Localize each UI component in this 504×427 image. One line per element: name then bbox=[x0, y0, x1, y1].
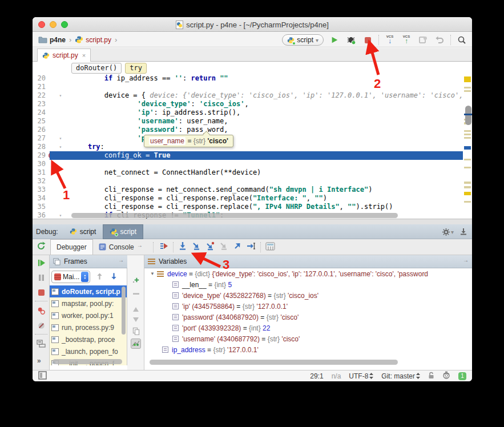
git-branch-selector[interactable]: Git: master bbox=[381, 372, 420, 380]
gutter-line-number[interactable]: 22 bbox=[33, 91, 50, 100]
run-configuration-select[interactable]: script ▾ bbox=[282, 34, 324, 46]
tab-console[interactable]: Console → bbox=[93, 239, 148, 255]
code-text[interactable]: try: bbox=[71, 143, 463, 151]
run-button[interactable] bbox=[329, 34, 340, 46]
thread-stepper-icon[interactable]: ▲▼ bbox=[81, 272, 88, 282]
frames-list-item[interactable]: _launch, popen_fo bbox=[50, 345, 127, 357]
commit-button[interactable] bbox=[417, 34, 429, 46]
variable-row[interactable]: __len__ = {int} 5 bbox=[144, 279, 472, 290]
code-text[interactable]: 'device_type': 'cisco_ios', bbox=[71, 100, 463, 108]
stripe-mark[interactable] bbox=[464, 76, 471, 82]
resume-icon[interactable] bbox=[36, 257, 46, 268]
evaluate-expression-icon[interactable] bbox=[265, 242, 275, 252]
code-text[interactable]: 'ip': ip_address.strip(), bbox=[71, 108, 463, 117]
code-editor[interactable]: doRouter() try 20 if ip_address == '': r… bbox=[33, 62, 472, 219]
code-text[interactable]: 'username': user_name, bbox=[71, 117, 463, 126]
gutter-line-number[interactable]: 27 bbox=[33, 134, 50, 143]
gutter-line-number[interactable]: 30 bbox=[33, 160, 50, 168]
code-text[interactable]: cli_response = cli_response.replace(", I… bbox=[71, 203, 463, 211]
gutter-line-number[interactable]: 28 bbox=[33, 143, 50, 151]
add-watch-icon[interactable] bbox=[131, 275, 141, 285]
variables-list[interactable]: ▼device = {dict} {'device_type': 'cisco_… bbox=[144, 268, 472, 365]
settings-gear-icon[interactable]: ▾ bbox=[442, 228, 454, 236]
code-text[interactable] bbox=[71, 177, 463, 186]
code-text[interactable] bbox=[71, 83, 463, 91]
code-text[interactable]: config_ok = True bbox=[71, 151, 463, 160]
breadcrumb-project[interactable]: p4ne bbox=[50, 36, 66, 44]
title-bar[interactable]: script.py - p4ne - [~/PycharmProjects/p4… bbox=[33, 17, 472, 32]
encoding-selector[interactable]: UTF-8 bbox=[349, 372, 373, 380]
code-text[interactable]: if ip_address == '': return "" bbox=[71, 74, 463, 83]
step-out-icon[interactable] bbox=[233, 241, 242, 252]
fold-marker-icon[interactable]: ▾ bbox=[50, 91, 71, 100]
variable-row[interactable]: 'port' (4339392328) = {int} 22 bbox=[144, 323, 472, 333]
show-execution-point-icon[interactable] bbox=[159, 241, 168, 252]
code-line[interactable]: 32 bbox=[33, 177, 463, 186]
rerun-icon[interactable] bbox=[37, 241, 46, 252]
editor-tab-script-py[interactable]: script.py × bbox=[37, 49, 91, 62]
code-text[interactable]: 'password': pass_word, bbox=[71, 126, 463, 134]
inspections-hector-icon[interactable] bbox=[442, 371, 450, 381]
frames-list-item[interactable]: _bootstrap, proce bbox=[50, 333, 127, 345]
code-line[interactable]: 34 cli_response = cli_response.replace("… bbox=[33, 194, 463, 203]
code-line[interactable]: 26 'password': pass_word, bbox=[33, 126, 463, 134]
restore-layout-icon[interactable] bbox=[36, 339, 46, 349]
frames-pin-icon[interactable]: → bbox=[118, 257, 124, 263]
vcs-push-button[interactable]: VCS↑ bbox=[401, 34, 412, 46]
editor-debug-splitter[interactable] bbox=[33, 219, 472, 224]
tab-debugger[interactable]: Debugger bbox=[50, 239, 93, 255]
code-line[interactable]: 28▾ try: bbox=[33, 143, 463, 151]
code-line[interactable]: 35 cli_response = cli_response.replace("… bbox=[33, 203, 463, 211]
code-line[interactable]: 23 'device_type': 'cisco_ios', bbox=[33, 100, 463, 108]
code-line[interactable]: 21 bbox=[33, 83, 463, 91]
breadcrumb-file[interactable]: script.py bbox=[86, 36, 111, 44]
code-line[interactable]: 25 'username': user_name, bbox=[33, 117, 463, 126]
close-tab-icon[interactable]: × bbox=[82, 52, 86, 59]
code-line[interactable]: 33 cli_response = net_connect.send_comma… bbox=[33, 186, 463, 194]
editor-vertical-scrollbar[interactable] bbox=[465, 106, 471, 125]
variable-row[interactable]: 'username' (4340687792) = {str} 'cisco' bbox=[144, 333, 472, 344]
breadcrumb-block-chip[interactable]: try bbox=[125, 63, 147, 74]
gutter-line-number[interactable]: 29 bbox=[33, 151, 50, 160]
gutter-line-number[interactable]: 21 bbox=[33, 83, 50, 91]
code-text[interactable]: 'port': bbox=[71, 134, 463, 143]
code-line[interactable]: 27▾ 'port': bbox=[33, 134, 463, 143]
code-text[interactable]: cli_response = net_connect.send_command(… bbox=[71, 186, 463, 194]
gutter-line-number[interactable]: 20 bbox=[33, 74, 50, 83]
variable-row[interactable]: ▼device = {dict} {'device_type': 'cisco_… bbox=[144, 268, 472, 279]
mute-breakpoints-icon[interactable] bbox=[36, 320, 46, 331]
frames-list-item[interactable]: worker, pool.py:1 bbox=[50, 309, 127, 321]
variable-row[interactable]: 'ip' (4345758864) = {str} '127.0.0.1' bbox=[144, 301, 472, 312]
code-line[interactable]: 20 if ip_address == '': return "" bbox=[33, 74, 463, 83]
code-line[interactable]: 31 net_connect = ConnectHandler(**device… bbox=[33, 168, 463, 177]
editor-horizontal-scrollbar[interactable] bbox=[71, 213, 398, 218]
line-separator-indicator[interactable]: n/a bbox=[332, 372, 341, 380]
frames-list-item[interactable]: doRouter, script.p bbox=[50, 285, 127, 297]
gutter-line-number[interactable]: 36 bbox=[33, 211, 50, 219]
stop-button[interactable] bbox=[362, 34, 373, 46]
code-lines[interactable]: 20 if ip_address == '': return ""2122▾ d… bbox=[33, 74, 463, 219]
variables-horizontal-scrollbar[interactable] bbox=[150, 360, 398, 365]
console-pin-icon[interactable]: → bbox=[137, 242, 143, 248]
next-frame-icon[interactable] bbox=[110, 272, 118, 282]
code-text[interactable]: cli_response = cli_response.replace("Int… bbox=[71, 194, 463, 203]
gutter-line-number[interactable]: 31 bbox=[33, 168, 50, 177]
code-text[interactable]: net_connect = ConnectHandler(**device) bbox=[71, 168, 463, 177]
hide-toolwindow-icon[interactable] bbox=[459, 227, 467, 237]
gutter-line-number[interactable]: 32 bbox=[33, 177, 50, 186]
debug-session-tab-1[interactable]: script bbox=[63, 224, 103, 239]
event-log-badge[interactable]: 1 bbox=[458, 372, 466, 380]
gutter-line-number[interactable]: 25 bbox=[33, 117, 50, 126]
gutter-line-number[interactable]: 26 bbox=[33, 126, 50, 134]
code-line[interactable]: 24 'ip': ip_address.strip(), bbox=[33, 108, 463, 117]
error-stripe[interactable] bbox=[463, 74, 472, 219]
frames-list-item[interactable]: run, process.py:9 bbox=[50, 321, 127, 333]
show-watches-toggle-icon[interactable] bbox=[131, 339, 141, 349]
breadcrumb-function-chip[interactable]: doRouter() bbox=[71, 63, 122, 74]
caret-position[interactable]: 29:1 bbox=[310, 372, 323, 380]
vcs-update-button[interactable]: VCS↓ bbox=[384, 34, 396, 46]
frames-horizontal-scrollbar[interactable] bbox=[53, 359, 122, 364]
code-line[interactable]: 29 config_ok = True bbox=[33, 151, 463, 160]
code-text[interactable] bbox=[71, 160, 463, 168]
gutter-line-number[interactable]: 34 bbox=[33, 194, 50, 203]
